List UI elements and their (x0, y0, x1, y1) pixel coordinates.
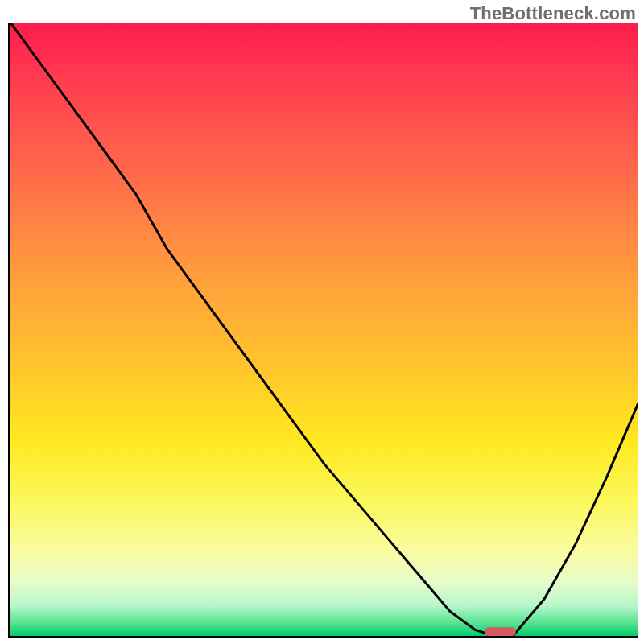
watermark-text: TheBottleneck.com (470, 3, 636, 24)
optimal-point-marker (485, 627, 516, 636)
plot-area (8, 23, 638, 638)
bottleneck-chart: TheBottleneck.com (0, 0, 644, 644)
bottleneck-curve (10, 23, 638, 636)
curve-svg (10, 23, 638, 636)
